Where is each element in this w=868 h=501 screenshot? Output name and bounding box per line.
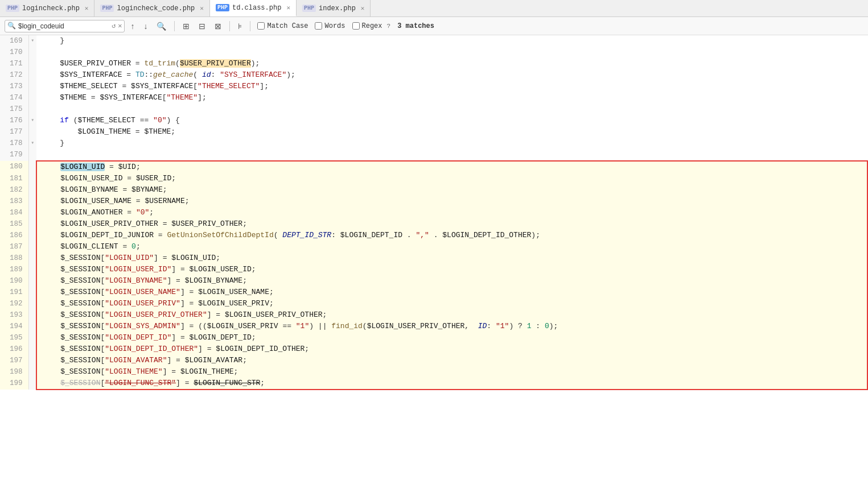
filter-button[interactable]: ⊧ (235, 20, 245, 32)
fold-indicator[interactable] (28, 287, 36, 298)
fold-indicator[interactable] (28, 149, 36, 161)
code-content[interactable]: $SYS_INTERFACE = TD::get_cache( id: "SYS… (36, 69, 867, 81)
tab-logincheck-code[interactable]: PHP logincheck_code.php ✕ (94, 0, 209, 16)
code-content[interactable]: $THEME_SELECT = $SYS_INTERFACE["THEME_SE… (36, 81, 867, 92)
fold-indicator[interactable] (28, 343, 36, 355)
fold-indicator[interactable] (28, 81, 36, 92)
line-number: 189 (0, 264, 28, 275)
code-content[interactable]: $_SESSION["LOGIN_UID"] = $LOGIN_UID; (36, 252, 867, 264)
regex-option[interactable]: Regex (350, 22, 385, 30)
fold-indicator[interactable] (28, 321, 36, 332)
add-cursor-button[interactable]: ⊞ (179, 20, 193, 32)
code-content[interactable]: $LOGIN_CLIENT = 0; (36, 241, 867, 252)
fold-indicator[interactable]: ▾ (28, 35, 36, 47)
search-clear-icon[interactable]: ✕ (118, 22, 122, 30)
code-content[interactable] (36, 47, 867, 58)
fold-indicator[interactable] (28, 332, 36, 343)
fold-indicator[interactable] (28, 126, 36, 138)
code-content[interactable]: $_SESSION["LOGIN_DEPT_ID_OTHER"] = $LOGI… (36, 343, 867, 355)
select-each-button[interactable]: ⊠ (211, 20, 225, 32)
code-content[interactable]: $_SESSION["LOGIN_USER_ID"] = $LOGIN_USER… (36, 264, 867, 275)
search-refresh-icon[interactable]: ↺ (112, 22, 116, 30)
code-content[interactable]: $_SESSION["LOGIN_SYS_ADMIN"] = (($LOGIN_… (36, 321, 867, 332)
fold-indicator[interactable] (28, 161, 36, 173)
fold-indicator[interactable]: ▾ (28, 115, 36, 126)
code-content[interactable]: } (36, 138, 867, 149)
tab-td-class[interactable]: PHP td.class.php ✕ (210, 0, 297, 16)
fold-indicator[interactable] (28, 184, 36, 196)
tab-close[interactable]: ✕ (361, 5, 365, 12)
code-line: 194 $_SESSION["LOGIN_SYS_ADMIN"] = (($LO… (0, 321, 867, 332)
words-checkbox[interactable] (315, 22, 322, 30)
fold-indicator[interactable] (28, 230, 36, 241)
words-option[interactable]: Words (312, 22, 347, 30)
fold-indicator[interactable] (28, 378, 36, 390)
line-number: 185 (0, 218, 28, 230)
tab-close[interactable]: ✕ (286, 4, 290, 11)
fold-indicator[interactable] (28, 92, 36, 103)
code-area[interactable]: 169 ▾ } 170 171 $USER_PRIV_OTHER = td_tr… (0, 35, 868, 501)
code-content[interactable]: $LOGIN_THEME = $THEME; (36, 126, 867, 138)
fold-indicator[interactable] (28, 103, 36, 115)
tab-close[interactable]: ✕ (200, 5, 204, 12)
fold-indicator[interactable] (28, 366, 36, 378)
code-content[interactable]: $_SESSION["LOGIN_THEME"] = $LOGIN_THEME; (36, 366, 867, 378)
code-line: 182 $LOGIN_BYNAME = $BYNAME; (0, 184, 867, 196)
code-content[interactable]: $THEME = $SYS_INTERFACE["THEME"]; (36, 92, 867, 103)
code-content[interactable]: $_SESSION["LOGIN_AVATAR"] = $LOGIN_AVATA… (36, 355, 867, 366)
fold-indicator[interactable] (28, 241, 36, 252)
line-number: 184 (0, 207, 28, 218)
fold-indicator[interactable] (28, 298, 36, 309)
fold-indicator[interactable] (28, 218, 36, 230)
fold-indicator[interactable] (28, 309, 36, 321)
code-content[interactable]: $LOGIN_DEPT_ID_JUNIOR = GetUnionSetOfChi… (36, 230, 867, 241)
line-number: 196 (0, 343, 28, 355)
next-match-button[interactable]: ↓ (140, 20, 151, 32)
code-line: 176 ▾ if ($THEME_SELECT == "0") { (0, 115, 867, 126)
code-line: 190 $_SESSION["LOGIN_BYNAME"] = $LOGIN_B… (0, 275, 867, 287)
regex-help[interactable]: ? (387, 23, 391, 30)
tab-index[interactable]: PHP index.php ✕ (297, 0, 371, 16)
fold-indicator[interactable]: ▾ (28, 138, 36, 149)
fold-indicator[interactable] (28, 355, 36, 366)
code-content[interactable]: $_SESSION["LOGIN_USER_PRIV_OTHER"] = $LO… (36, 309, 867, 321)
code-content[interactable]: $_SESSION["LOGIN_USER_NAME"] = $LOGIN_US… (36, 287, 867, 298)
fold-indicator[interactable] (28, 47, 36, 58)
select-all-button[interactable]: ⊟ (195, 20, 209, 32)
find-in-files-button[interactable]: 🔍 (153, 20, 170, 32)
fold-indicator[interactable] (28, 252, 36, 264)
code-content[interactable]: $LOGIN_USER_NAME = $USERNAME; (36, 196, 867, 207)
fold-indicator[interactable] (28, 275, 36, 287)
line-number: 175 (0, 103, 28, 115)
code-content[interactable] (36, 149, 867, 161)
search-input-wrap: 🔍 ↺ ✕ (5, 20, 125, 32)
code-content[interactable]: $LOGIN_BYNAME = $BYNAME; (36, 184, 867, 196)
fold-indicator[interactable] (28, 264, 36, 275)
code-content[interactable]: $LOGIN_UID = $UID; (36, 161, 867, 173)
fold-indicator[interactable] (28, 173, 36, 184)
code-line: 174 $THEME = $SYS_INTERFACE["THEME"]; (0, 92, 867, 103)
code-content[interactable]: $_SESSION["LOGIN_FUNC_STR"] = $LOGIN_FUN… (36, 378, 867, 390)
fold-indicator[interactable] (28, 207, 36, 218)
code-content[interactable] (36, 103, 867, 115)
match-case-option[interactable]: Match Case (255, 22, 310, 30)
code-content[interactable]: if ($THEME_SELECT == "0") { (36, 115, 867, 126)
code-content[interactable]: $_SESSION["LOGIN_DEPT_ID"] = $LOGIN_DEPT… (36, 332, 867, 343)
tab-logincheck[interactable]: PHP logincheck.php ✕ (0, 0, 94, 16)
code-content[interactable]: $_SESSION["LOGIN_USER_PRIV"] = $LOGIN_US… (36, 298, 867, 309)
code-content[interactable]: $USER_PRIV_OTHER = td_trim($USER_PRIV_OT… (36, 58, 867, 69)
code-content[interactable]: $_SESSION["LOGIN_BYNAME"] = $LOGIN_BYNAM… (36, 275, 867, 287)
prev-match-button[interactable]: ↑ (127, 20, 138, 32)
search-input[interactable] (18, 22, 109, 30)
line-number: 199 (0, 378, 28, 390)
code-content[interactable]: $LOGIN_USER_ID = $USER_ID; (36, 173, 867, 184)
tab-close[interactable]: ✕ (85, 5, 89, 12)
fold-indicator[interactable] (28, 69, 36, 81)
code-content[interactable]: } (36, 35, 867, 47)
code-content[interactable]: $LOGIN_USER_PRIV_OTHER = $USER_PRIV_OTHE… (36, 218, 867, 230)
fold-indicator[interactable] (28, 196, 36, 207)
match-case-checkbox[interactable] (257, 22, 265, 30)
code-content[interactable]: $LOGIN_ANOTHER = "0"; (36, 207, 867, 218)
regex-checkbox[interactable] (352, 22, 360, 30)
fold-indicator[interactable] (28, 58, 36, 69)
